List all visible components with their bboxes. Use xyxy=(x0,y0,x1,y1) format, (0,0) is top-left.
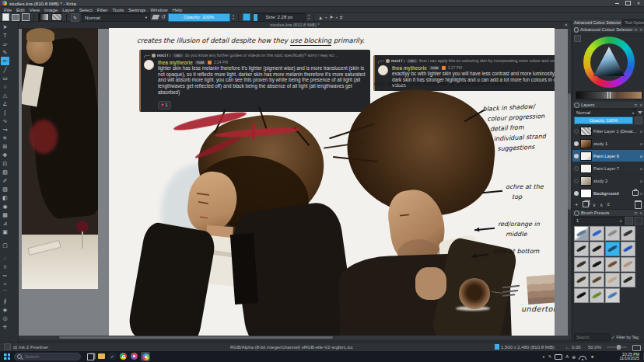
line-tool[interactable]: ╱ xyxy=(1,65,9,74)
brush-preset[interactable] xyxy=(574,226,589,241)
reload-preset-icon[interactable]: ↺ xyxy=(161,14,166,20)
artwork-canvas[interactable]: creates the illusion of detail despite h… xyxy=(109,28,555,336)
layer-row-background[interactable]: Background α xyxy=(572,187,644,200)
reference-images-tool[interactable]: ▣ xyxy=(1,228,9,236)
alpha-icon[interactable]: α xyxy=(640,129,642,134)
gradient-tool[interactable]: ▧ xyxy=(1,168,9,176)
minimize-button[interactable] xyxy=(611,0,622,6)
edit-shapes-tool[interactable]: ▱ xyxy=(1,40,9,48)
ellipse-select-tool[interactable]: ◌ xyxy=(1,254,9,263)
brush-preset[interactable] xyxy=(574,257,589,272)
bezier-curve-tool[interactable]: ∫ xyxy=(1,108,9,117)
file-explorer-icon[interactable] xyxy=(98,353,105,359)
brush-preset[interactable] xyxy=(621,226,635,241)
add-layer-button[interactable]: + xyxy=(575,201,579,208)
message-author[interactable]: thea mytheorie xyxy=(392,65,427,71)
alpha-icon[interactable]: α xyxy=(640,166,642,171)
visibility-icon[interactable] xyxy=(574,191,579,196)
pen-tray-icon[interactable]: ✎ xyxy=(548,354,552,359)
magnetic-select-tool[interactable]: ⌒ xyxy=(1,288,9,297)
float-docker-icon[interactable]: ⊡ xyxy=(634,28,637,32)
start-button[interactable] xyxy=(4,353,10,360)
visibility-icon[interactable] xyxy=(574,141,579,146)
menu-help[interactable]: Help xyxy=(170,7,184,12)
brush-preset[interactable] xyxy=(574,242,589,256)
brush-tag-dropdown[interactable]: 1▾ xyxy=(574,217,624,225)
brush-preset[interactable] xyxy=(621,242,635,256)
open-document-icon[interactable] xyxy=(12,14,19,21)
menu-edit[interactable]: Edit xyxy=(14,7,27,12)
detail-view-icon[interactable] xyxy=(635,217,642,225)
similar-select-tool[interactable]: ≈ xyxy=(1,280,9,288)
edit-brush-settings-icon[interactable]: ✎ xyxy=(71,13,79,22)
color-sampler-tool[interactable]: ✐ xyxy=(1,176,9,185)
layer-row-filter[interactable]: Filter Layer 1 (Desat... α xyxy=(572,125,644,137)
smoothing-icon[interactable]: ➤ xyxy=(329,14,333,20)
text-tool[interactable]: T xyxy=(1,31,9,40)
close-docker-icon[interactable]: ✕ xyxy=(639,103,642,107)
tab-advanced-colour-selector[interactable]: Advanced Colour Selector xyxy=(572,19,623,26)
brush-preset[interactable] xyxy=(605,257,620,272)
brush-preset[interactable] xyxy=(590,257,604,272)
task-view-icon[interactable] xyxy=(87,353,94,360)
layer-properties-button[interactable]: ≡ xyxy=(607,202,610,207)
lock-icon[interactable] xyxy=(632,190,639,196)
fullscreen-icon[interactable] xyxy=(632,345,641,351)
alpha-icon[interactable]: α xyxy=(640,154,642,158)
rect-select-tool[interactable]: ▢ xyxy=(1,241,9,249)
bezier-select-tool[interactable]: ∮ xyxy=(1,297,9,305)
brush-preset[interactable] xyxy=(574,288,589,303)
move-layer-up-button[interactable]: ∧ xyxy=(600,202,603,207)
pan-tool[interactable]: ✛ xyxy=(1,322,9,331)
float-docker-icon[interactable]: ⊡ xyxy=(634,103,637,107)
message-author[interactable]: thea mytheorie xyxy=(158,60,193,65)
brush-search-input[interactable] xyxy=(574,333,610,341)
network-tray-icon[interactable]: ⊕ xyxy=(572,354,576,360)
alpha-icon[interactable]: α xyxy=(640,141,642,146)
menu-view[interactable]: View xyxy=(27,7,42,12)
opacity-spinner[interactable]: ▴▾ xyxy=(233,14,234,20)
brush-preset[interactable] xyxy=(590,242,604,256)
pattern-chooser[interactable] xyxy=(51,13,62,21)
polyline-tool[interactable]: ∠ xyxy=(1,99,9,108)
brush-preset[interactable] xyxy=(590,288,604,303)
alpha-icon[interactable]: α xyxy=(640,191,642,196)
layer-blend-mode-dropdown[interactable]: Normal▾ xyxy=(574,109,636,117)
shade-selector-strip[interactable] xyxy=(576,91,642,99)
taskbar-search-input[interactable] xyxy=(23,353,78,360)
brush-preset[interactable] xyxy=(605,273,620,287)
size-slider[interactable]: Size: 2.28 px xyxy=(253,13,306,22)
current-brush-chip[interactable] xyxy=(4,343,11,350)
polygon-select-tool[interactable]: ◊ xyxy=(1,263,9,271)
photos-icon[interactable] xyxy=(131,353,138,360)
brush-preset[interactable] xyxy=(590,273,604,287)
maximize-button[interactable] xyxy=(622,0,633,6)
brush-preset[interactable] xyxy=(605,288,620,303)
visibility-icon[interactable] xyxy=(574,154,579,158)
measure-tool[interactable]: ⊿ xyxy=(1,219,9,228)
dynamic-brush-tool[interactable]: ↝ xyxy=(1,125,9,134)
canvas-hscrollbar[interactable] xyxy=(19,336,571,339)
mirror-icon[interactable]: ▲ xyxy=(318,15,323,20)
float-docker-icon[interactable]: ⊡ xyxy=(634,211,637,215)
freehand-path-tool[interactable]: ∿ xyxy=(1,117,9,125)
gradient-chooser[interactable] xyxy=(38,13,49,21)
menu-window[interactable]: Window xyxy=(148,7,170,12)
alpha-icon[interactable]: α xyxy=(640,179,642,183)
menu-image[interactable]: Image xyxy=(42,7,60,12)
visibility-icon[interactable] xyxy=(574,129,579,134)
new-document-icon[interactable] xyxy=(2,13,9,21)
chrome-icon[interactable] xyxy=(120,353,127,360)
thumbnail-view-icon[interactable] xyxy=(625,217,633,225)
brush-preset[interactable] xyxy=(621,257,635,272)
layer-row-paint7[interactable]: Paint Layer 7 α xyxy=(572,162,644,175)
reaction-pill[interactable]: ♥ 1 xyxy=(158,101,171,110)
tab-tool-options[interactable]: Tool Options xyxy=(623,19,644,26)
move-layer-down-button[interactable]: ∨ xyxy=(593,202,596,207)
volume-icon[interactable]: ◄ xyxy=(590,354,593,359)
blend-mode-dropdown[interactable]: Normal▾ xyxy=(82,13,150,22)
brush-preset[interactable] xyxy=(621,273,635,287)
close-docker-icon[interactable]: ✕ xyxy=(639,211,642,215)
subwindow-close-icon[interactable]: ✕ xyxy=(564,23,568,27)
smart-patch-tool[interactable]: ▩ xyxy=(1,211,9,219)
